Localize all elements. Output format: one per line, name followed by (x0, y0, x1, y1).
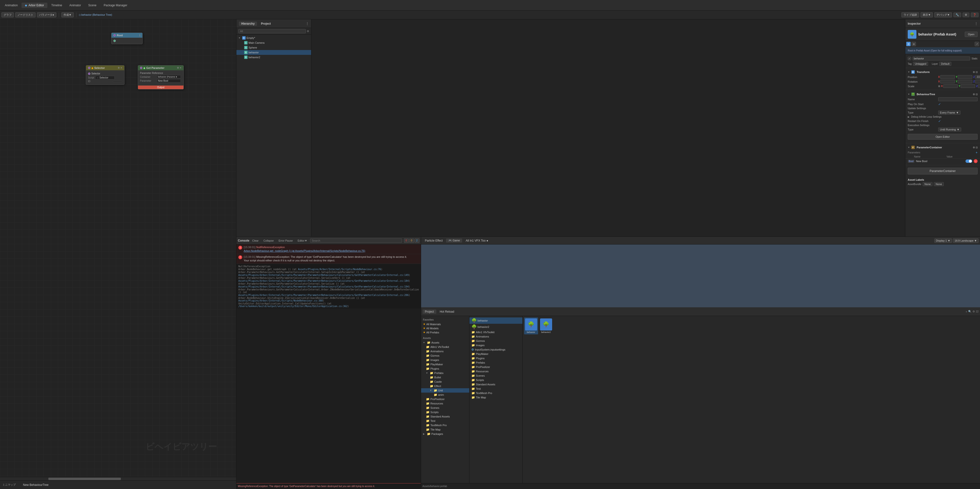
right-folder-prefabs[interactable]: 📁 Prefabs (469, 360, 522, 365)
console-clear-btn[interactable]: Clear (250, 239, 260, 243)
project-settings-icon[interactable]: ⚙ (972, 310, 975, 313)
root-out-port[interactable] (113, 40, 116, 42)
folder-castle[interactable]: 📁 Castle (421, 379, 469, 384)
stack-link-11[interactable]: /Users/bokken/build/output/unity/unity/E… (239, 305, 348, 308)
right-folder-standard[interactable]: 📁 Standard Assets (469, 382, 522, 387)
inspector-open-large-btn[interactable]: ↗ (975, 42, 979, 46)
hierarchy-item-maincamera[interactable]: C Main Camera (236, 40, 311, 45)
right-folder-textmesh[interactable]: 📁 TextMesh Pro (469, 391, 522, 395)
hierarchy-menu-btn[interactable]: ⋮ (306, 22, 309, 25)
tab-arbor-editor[interactable]: ◆ Arbor Editor (22, 3, 48, 8)
scale-y-input[interactable]: 1 (961, 84, 975, 88)
console-search-input[interactable] (310, 238, 402, 243)
create-btn[interactable]: 作成▼ (61, 12, 74, 17)
file-behavior2[interactable]: 🌳 behavior2 (539, 318, 553, 334)
hierarchy-item-behavior2[interactable]: B behavior2 (236, 55, 311, 60)
add-component-btn[interactable]: ParameterContainer (908, 168, 978, 175)
parameter-btn[interactable]: パラメータ● (37, 12, 56, 17)
transform-settings-icon[interactable]: ⚙ ⊡ (973, 71, 978, 73)
pc-header[interactable]: ▼ P ParameterContainer ⚙ ⊡ (905, 145, 980, 150)
project-tab-hier[interactable]: Project (258, 22, 273, 26)
asset-bundle-dropdown1[interactable]: None (923, 182, 932, 186)
display-dropdown[interactable]: Display 1 ▼ (934, 238, 952, 243)
settings-icon-btn[interactable]: 🔧 (953, 13, 961, 17)
folder-test[interactable]: 📁 Test (421, 419, 469, 423)
folder-assets[interactable]: ▼ 📁 Assets (421, 340, 469, 345)
selector-body-in[interactable] (88, 73, 91, 75)
graph-btn[interactable]: グラフ (2, 12, 14, 17)
bt-name-input[interactable]: New BehaviourTree (938, 97, 978, 101)
object-name-input[interactable] (913, 57, 970, 60)
stack-link-7[interactable]: Assets/Plugins/Arbor/Internal/Scripts/Pa… (239, 285, 409, 288)
folder-scenes[interactable]: 📁 Scenes (421, 406, 469, 410)
tab-package-manager[interactable]: Package Manager (100, 3, 130, 8)
selector-in-port[interactable] (88, 67, 91, 69)
right-folder-resources[interactable]: 📁 Resources (469, 369, 522, 373)
right-folder-test[interactable]: 📁 Test (469, 387, 522, 391)
tab-timeline[interactable]: Timeline (48, 3, 65, 8)
bt-settings-icon[interactable]: ⚙ ⊡ (973, 93, 978, 96)
tag-dropdown[interactable]: Untagged (913, 62, 928, 66)
arbor-scrollbar-h[interactable] (0, 477, 236, 480)
right-folder-scenes[interactable]: 📁 Scenes (469, 373, 522, 378)
folder-tilemap[interactable]: 📁 Tile Map (421, 427, 469, 432)
hierarchy-search-input[interactable] (239, 29, 306, 33)
asset-bundle-dropdown2[interactable]: None (934, 182, 943, 186)
folder-unit[interactable]: ▼ 📁 Unit (421, 388, 469, 392)
arbor-canvas[interactable]: ビヘイビアツリー Root 1 (0, 19, 236, 477)
transform-header[interactable]: ▼ ⊞ Transform ⚙ ⊡ (905, 69, 980, 75)
getparam-menu-icon[interactable]: ⚙ ✕ (177, 67, 181, 69)
tab-scene[interactable]: Scene (85, 3, 100, 8)
param-delete-btn[interactable]: − (974, 159, 978, 163)
project-add-btn[interactable]: + (966, 310, 967, 313)
open-editor-btn[interactable]: Open Editor (908, 134, 978, 140)
folder-allin1[interactable]: 📁 Allin1 VfxToolkit (421, 345, 469, 349)
rot-z-input[interactable]: 0 (975, 80, 980, 83)
inspector-grid-view-btn[interactable]: ⊞ (912, 42, 916, 46)
warn-badge[interactable]: 0 (409, 238, 414, 243)
add-param-btn[interactable]: + (976, 151, 978, 154)
right-folder-playmaker[interactable]: 📁 PlayMaker (469, 352, 522, 356)
selector-node[interactable]: ◆ Selector ⚙ ✕ Selector Script → Selecto… (86, 65, 124, 85)
container-input[interactable]: behavior (Parame ● (157, 75, 181, 78)
update-type-dropdown[interactable]: Every Frame ▼ (938, 111, 961, 114)
right-folder-behavior[interactable]: 🌳 behavior (469, 318, 522, 324)
game-tab[interactable]: 🎮 Game (446, 238, 462, 243)
folder-prefabs[interactable]: ▼ 📁 Prefabs (421, 371, 469, 375)
scale-z-input[interactable]: 1 (978, 84, 980, 88)
folder-effect[interactable]: 📁 Effect (421, 384, 469, 388)
bt-header[interactable]: ▼ 🌳 BehaviourTree ⚙ ⊡ (905, 92, 980, 97)
right-folder-propix[interactable]: 📁 ProPixelizer (469, 365, 522, 369)
folder-packages[interactable]: ▶ 📁 Packages (421, 432, 469, 436)
getparam-node[interactable]: ◆ Get Parameter ⚙ ✕ Parameter Reference … (138, 65, 184, 89)
selector-menu-icon[interactable]: ⚙ ✕ (118, 67, 123, 69)
gear-icon-btn[interactable]: ⚙ (963, 13, 969, 17)
layer-dropdown[interactable]: Default (939, 62, 951, 66)
pos-y-input[interactable]: 5.5501 (958, 75, 972, 79)
debug-btn[interactable]: デバッグ▼ (934, 12, 952, 17)
right-folder-plugins[interactable]: 📁 Plugins (469, 356, 522, 360)
hierarchy-item-sphere[interactable]: S Sphere (236, 45, 311, 50)
getparam-in-port[interactable] (140, 67, 142, 69)
pos-z-input[interactable]: -0.0293 (975, 75, 980, 79)
console-msg-2[interactable]: ! [15:38:01] MissingReferenceException: … (236, 254, 421, 264)
stack-link-5[interactable]: Assets/Plugins/Arbor/Internal/Scripts/Pa… (239, 279, 409, 282)
console-editor-btn[interactable]: Editor▼ (296, 239, 309, 243)
scale-x-input[interactable]: 1 (943, 84, 958, 88)
parameter-input[interactable]: New Bool (157, 79, 181, 83)
right-folder-images[interactable]: 📁 Images (469, 343, 522, 348)
stack-link-1[interactable]: Assets/Plugins/Arbor/Internal/Scripts/No… (298, 268, 381, 271)
selector-id-input[interactable] (113, 81, 123, 82)
fav-all-materials[interactable]: ★ All Materials (421, 322, 469, 326)
play-on-start-checkbox[interactable]: ✓ (938, 102, 941, 106)
folder-resources[interactable]: 📁 Resources (421, 401, 469, 406)
display-btn[interactable]: 表示▼ (921, 12, 933, 17)
restart-on-finish-checkbox[interactable]: ✓ (938, 119, 941, 123)
hierarchy-item-empty[interactable]: ▼ E Empty* (236, 35, 311, 40)
fav-all-prefabs[interactable]: ★ All Prefabs (421, 330, 469, 334)
help-icon-btn[interactable]: ❓ (971, 13, 978, 17)
link-1[interactable]: Arbor.NodeBehaviour.get_nodeGraph () (at… (244, 249, 365, 252)
console-collapse-btn[interactable]: Collapse (262, 239, 276, 243)
file-behavior[interactable]: 🌳 behavior (524, 318, 538, 334)
folder-gizmos[interactable]: 📁 Gizmos (421, 354, 469, 358)
